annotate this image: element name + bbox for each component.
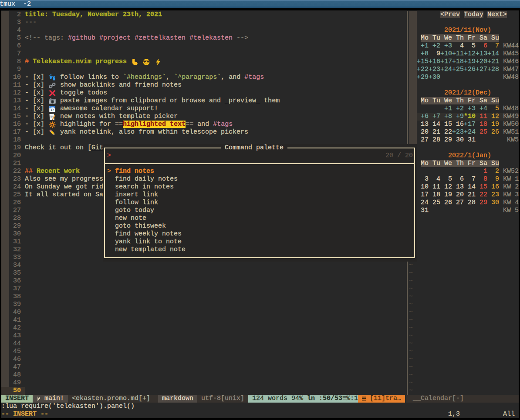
svg-text:17: 17 bbox=[51, 108, 54, 111]
svg-text:July: July bbox=[51, 106, 54, 108]
